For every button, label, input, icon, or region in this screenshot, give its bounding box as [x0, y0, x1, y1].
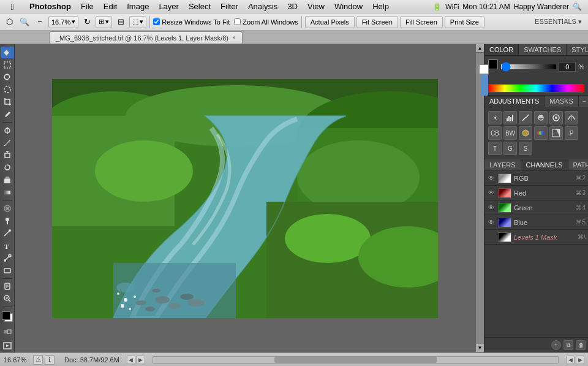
photofilter-adj[interactable]: [519, 126, 532, 140]
crop-tool[interactable]: [1, 96, 14, 108]
zoom-out-icon[interactable]: −: [33, 15, 47, 29]
menu-select[interactable]: Select: [184, 0, 216, 13]
channel-row-red[interactable]: 👁 Red ⌘3: [484, 186, 588, 200]
levels-adj[interactable]: [503, 111, 517, 124]
zoom-all-checkbox-label[interactable]: Zoom All Windows: [234, 18, 298, 26]
bw-adj[interactable]: BW: [503, 126, 517, 140]
menu-layer[interactable]: Layer: [154, 0, 184, 13]
menu-edit[interactable]: Edit: [99, 0, 122, 13]
horizontal-scrollbar[interactable]: [153, 356, 559, 364]
path-select-tool[interactable]: [1, 252, 14, 264]
marquee-tool[interactable]: [1, 59, 14, 71]
print-size-button[interactable]: Print Size: [445, 16, 484, 28]
scroll-up-arrow[interactable]: ▲: [476, 44, 484, 53]
tab-paths[interactable]: PATHS: [568, 159, 589, 170]
zoom-all-checkbox[interactable]: [234, 18, 241, 25]
shape-tool[interactable]: [1, 264, 14, 276]
k-slider[interactable]: [501, 64, 556, 69]
zoom-dropdown[interactable]: 16.7% ▾: [48, 16, 78, 28]
scroll-thumb[interactable]: [481, 71, 488, 96]
lasso-tool[interactable]: [1, 71, 14, 83]
rotate-icon[interactable]: ↻: [80, 15, 94, 29]
h-scroll-thumb[interactable]: [274, 357, 436, 363]
eraser-tool[interactable]: [1, 174, 14, 186]
vibrance-adj[interactable]: [549, 111, 563, 124]
delete-channel-button[interactable]: 🗑: [576, 340, 586, 350]
brush-tool[interactable]: [1, 137, 14, 148]
invert-adj[interactable]: [549, 126, 563, 140]
menu-file[interactable]: File: [76, 0, 99, 13]
color-picker-area[interactable]: [1, 310, 14, 323]
eye-icon-green[interactable]: 👁: [487, 204, 496, 212]
menu-3d[interactable]: 3D: [282, 0, 303, 13]
move-tool[interactable]: [1, 47, 14, 58]
spectrum-bar[interactable]: [488, 84, 584, 93]
resize-windows-checkbox-label[interactable]: Resize Windows To Fit: [153, 18, 230, 26]
eyedropper-tool[interactable]: [1, 109, 14, 120]
spotlight-icon[interactable]: 🔍: [573, 2, 582, 11]
selective-color-adj[interactable]: S: [519, 142, 532, 155]
eye-icon-rgb[interactable]: 👁: [487, 174, 496, 183]
apple-menu[interactable]: : [0, 2, 24, 12]
duplicate-channel-button[interactable]: ⧉: [564, 340, 573, 350]
tab-channels[interactable]: CHANNELS: [521, 159, 568, 170]
play-button[interactable]: ▶: [137, 356, 145, 364]
blur-tool[interactable]: [1, 202, 14, 214]
adj-panel-collapse[interactable]: −: [579, 96, 588, 107]
colorbalance-adj[interactable]: CB: [488, 126, 502, 140]
gradient-tool[interactable]: [1, 186, 14, 198]
play-prev-button[interactable]: ◀: [127, 356, 135, 364]
menu-help[interactable]: Help: [368, 0, 394, 13]
scroll-down-arrow[interactable]: ▼: [476, 344, 484, 353]
h-scroll-right[interactable]: ▶: [576, 356, 584, 364]
eye-icon-red[interactable]: 👁: [487, 189, 496, 197]
arrange-icon[interactable]: ⊟: [114, 15, 127, 29]
tab-layers[interactable]: LAYERS: [484, 159, 521, 170]
screen-mode-button[interactable]: [1, 339, 14, 353]
tab-styles[interactable]: STYLES: [567, 44, 588, 55]
h-scroll-left[interactable]: ◀: [566, 356, 575, 364]
resize-windows-checkbox[interactable]: [153, 18, 160, 25]
clone-stamp-tool[interactable]: [1, 150, 14, 161]
document-tab[interactable]: _MG_6938_stitched.tif @ 16.7% (Levels 1,…: [49, 31, 243, 44]
k-value-input[interactable]: [559, 62, 576, 72]
tab-adjustments[interactable]: ADJUSTMENTS: [484, 96, 545, 107]
pen-tool[interactable]: [1, 227, 14, 239]
new-channel-button[interactable]: +: [551, 340, 561, 350]
type-tool[interactable]: T: [1, 240, 14, 251]
bg-color-chip[interactable]: [479, 64, 489, 74]
dodge-tool[interactable]: [1, 215, 14, 227]
tab-close-button[interactable]: ×: [232, 34, 236, 41]
fill-screen-button[interactable]: Fill Screen: [400, 16, 443, 28]
zoom-tool-left[interactable]: [1, 293, 14, 305]
healing-brush-tool[interactable]: [1, 124, 14, 136]
exposure-adj[interactable]: [534, 111, 548, 124]
eye-icon-blue[interactable]: 👁: [487, 218, 496, 227]
menu-filter[interactable]: Filter: [216, 0, 243, 13]
gradient-map-adj[interactable]: G: [503, 142, 517, 155]
notes-tool[interactable]: [1, 281, 14, 292]
menu-view[interactable]: View: [303, 0, 330, 13]
fg-color-chip[interactable]: [488, 59, 498, 69]
fg-bg-swatches[interactable]: [488, 59, 489, 74]
warning-icon[interactable]: ⚠: [33, 355, 43, 365]
channel-row-rgb[interactable]: 👁 RGB ⌘2: [484, 171, 588, 186]
tab-swatches[interactable]: SWATCHES: [519, 44, 567, 55]
tab-color[interactable]: COLOR: [484, 44, 519, 55]
channel-row-green[interactable]: 👁 Green ⌘4: [484, 200, 588, 215]
hsl-adj[interactable]: [565, 111, 578, 124]
eye-icon-mask[interactable]: 👁: [487, 233, 496, 242]
zoom-tool-icon[interactable]: 🔍: [18, 15, 31, 29]
threshold-adj[interactable]: T: [488, 142, 502, 155]
layout-dropdown[interactable]: ⬚ ▾: [129, 16, 146, 28]
actual-pixels-button[interactable]: Actual Pixels: [305, 16, 355, 28]
tab-masks[interactable]: MASKS: [545, 96, 579, 107]
app-name-menu[interactable]: Photoshop: [24, 0, 76, 13]
status-info-icon[interactable]: ℹ: [45, 355, 55, 365]
quick-mask-button[interactable]: [1, 325, 14, 338]
history-brush-tool[interactable]: [1, 162, 14, 173]
foreground-color-swatch[interactable]: [2, 311, 10, 320]
channelmixer-adj[interactable]: [534, 126, 548, 140]
canvas-vertical-scrollbar[interactable]: ▲ ▼: [475, 44, 484, 353]
channel-row-blue[interactable]: 👁 Blue ⌘5: [484, 215, 588, 230]
